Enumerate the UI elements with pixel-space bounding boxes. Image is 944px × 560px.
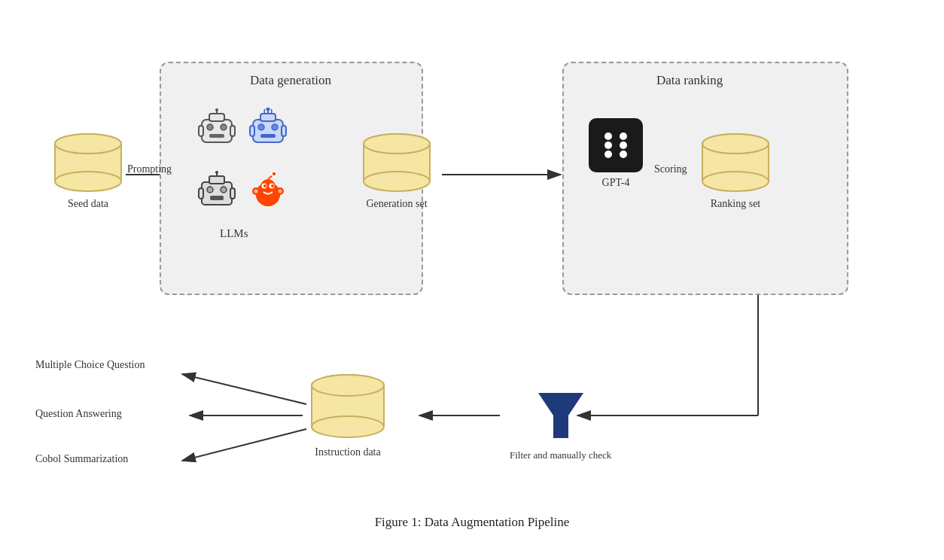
svg-point-34 <box>312 416 384 437</box>
data-ranking-label: Data ranking <box>656 73 723 88</box>
svg-point-50 <box>272 124 278 130</box>
svg-point-39 <box>215 108 218 111</box>
instruction-data-cylinder: Instruction data <box>306 374 389 458</box>
svg-rect-76 <box>596 126 635 165</box>
generation-set-cylinder: Generation set <box>359 133 434 210</box>
llm-robot-3 <box>193 168 240 215</box>
svg-rect-61 <box>199 188 203 199</box>
svg-point-49 <box>258 124 264 130</box>
ranking-set-label: Ranking set <box>711 198 761 210</box>
svg-rect-46 <box>260 114 276 121</box>
generation-set-label: Generation set <box>366 198 427 210</box>
svg-rect-43 <box>199 126 203 136</box>
scoring-label: Scoring <box>654 163 687 175</box>
svg-point-28 <box>702 172 769 191</box>
svg-point-71 <box>272 172 276 176</box>
llms-label: LLMs <box>220 227 248 240</box>
svg-rect-51 <box>260 134 276 138</box>
svg-point-17 <box>55 134 121 154</box>
svg-point-23 <box>364 134 430 154</box>
gpt4-area: GPT-4 <box>589 118 643 189</box>
svg-point-35 <box>312 375 384 396</box>
svg-rect-60 <box>210 196 224 200</box>
svg-rect-55 <box>209 176 224 184</box>
svg-rect-62 <box>230 188 235 199</box>
llm-reddit-icon <box>245 168 291 215</box>
svg-point-74 <box>254 189 258 193</box>
data-generation-label: Data generation <box>250 73 331 88</box>
qa-label: Question Answering <box>35 408 122 420</box>
svg-point-16 <box>55 172 121 191</box>
svg-point-82 <box>620 151 627 158</box>
gpt4-icon <box>589 118 643 172</box>
svg-rect-52 <box>250 126 254 136</box>
diagram-container: Data generation Data ranking Seed data G… <box>20 17 924 543</box>
llms-icons-area <box>182 99 303 220</box>
svg-point-77 <box>604 132 612 140</box>
svg-point-75 <box>279 189 282 193</box>
funnel-area: Filter and manually check <box>510 385 611 462</box>
svg-rect-42 <box>209 134 224 138</box>
svg-point-81 <box>604 151 612 158</box>
filter-label: Filter and manually check <box>510 449 611 462</box>
mcq-label: Multiple Choice Question <box>35 359 145 371</box>
svg-rect-44 <box>230 126 235 136</box>
svg-line-9 <box>182 374 306 404</box>
svg-rect-37 <box>209 114 224 121</box>
svg-rect-36 <box>202 120 232 142</box>
svg-point-48 <box>266 108 270 111</box>
seed-data-label: Seed data <box>68 198 108 210</box>
svg-marker-83 <box>538 393 583 438</box>
svg-point-78 <box>620 132 627 140</box>
svg-point-58 <box>207 187 213 193</box>
gpt4-label: GPT-4 <box>602 177 630 189</box>
seed-data-cylinder: Seed data <box>50 133 126 210</box>
svg-point-29 <box>702 134 769 154</box>
cobol-label: Cobol Summarization <box>35 453 128 465</box>
svg-rect-54 <box>202 182 232 205</box>
instruction-data-label: Instruction data <box>315 446 380 458</box>
svg-line-11 <box>182 429 306 461</box>
llm-robot-1 <box>193 105 240 152</box>
svg-rect-45 <box>253 120 283 142</box>
svg-point-69 <box>271 184 274 187</box>
prompting-label: Prompting <box>127 163 172 175</box>
svg-point-80 <box>620 142 627 149</box>
svg-point-79 <box>604 142 612 149</box>
svg-point-41 <box>221 124 227 130</box>
svg-rect-53 <box>282 126 286 136</box>
svg-point-57 <box>215 171 218 174</box>
svg-point-68 <box>263 184 266 187</box>
ranking-set-cylinder: Ranking set <box>698 133 773 210</box>
svg-point-22 <box>364 172 430 191</box>
figure-caption: Figure 1: Data Augmentation Pipeline <box>375 515 570 530</box>
svg-point-40 <box>207 124 213 130</box>
llm-robot-2 <box>245 105 291 152</box>
svg-point-59 <box>221 187 227 193</box>
